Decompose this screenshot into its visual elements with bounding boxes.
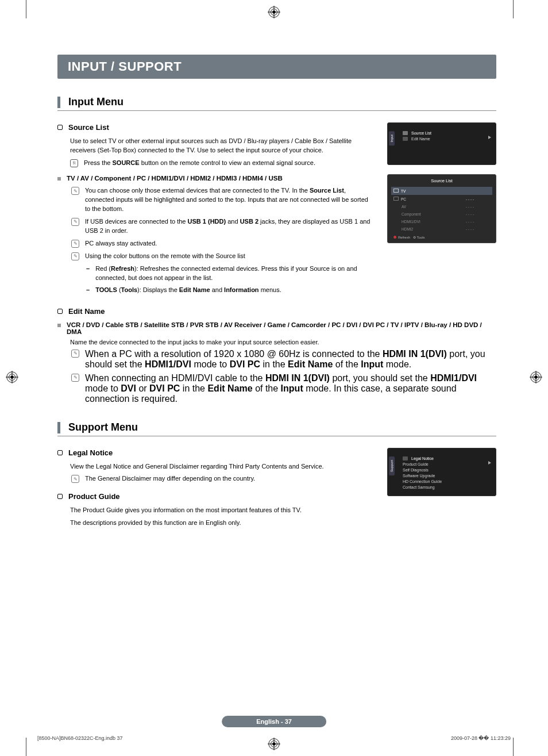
body-text: Use to select TV or other external input… [70, 137, 375, 155]
note-icon: ✎ [71, 350, 79, 358]
chevron-right-icon [488, 461, 491, 465]
section-title: Input Menu [68, 96, 124, 108]
body-text: Name the device connected to the input j… [70, 339, 496, 346]
dash-bullet: – [86, 264, 90, 283]
osd-row-hdmi1: HDMI1/DVI- - - - [391, 218, 492, 225]
sub-heading-text: Legal Notice [68, 448, 113, 459]
note-icon: ✎ [71, 252, 79, 260]
body-text: View the Legal Notice and General Discla… [70, 462, 375, 471]
chapter-title: INPUT / SUPPORT [57, 55, 496, 79]
osd-title: Source List [391, 178, 492, 183]
body-text: The descriptions provided by this functi… [70, 519, 375, 528]
section-heading-support-menu: Support Menu [57, 421, 496, 436]
page-content: INPUT / SUPPORT Input Menu Source List U… [57, 55, 496, 531]
sub-heading-source-list: Source List [57, 122, 375, 133]
body-text: TOOLS (Tools): Displays the Edit Name an… [95, 286, 281, 295]
body-text: The Product Guide gives you information … [70, 506, 375, 515]
osd-row-av: AV- - - - [391, 203, 492, 210]
note-icon: ✎ [71, 240, 79, 248]
sub-heading-text: Edit Name [68, 307, 105, 316]
body-text: When connecting an HDMI/DVI cable to the… [85, 373, 496, 404]
osd-item: Legal Notice [411, 456, 434, 460]
registration-mark-left [6, 371, 18, 386]
osd-item: Contact Samsung [403, 485, 435, 489]
osd-side-tab: Support [389, 456, 395, 475]
osd-item: Self Diagnosis [403, 468, 429, 472]
page-number-pill: English - 37 [222, 716, 326, 727]
bullet-icon [57, 309, 63, 314]
crop-mark [26, 738, 26, 756]
osd-row-component: Component- - - - [391, 210, 492, 218]
body-text: PC always stay activated. [85, 239, 157, 248]
bullet-icon [57, 177, 61, 181]
body-text: If USB devices are connected to the USB … [85, 217, 375, 236]
sub-heading-device-list: VCR / DVD / Cable STB / Satellite STB / … [57, 321, 496, 335]
document-footer: [8500-NA]BN68-02322C-Eng.indb 37 2009-07… [37, 735, 511, 741]
bullet-icon [57, 450, 63, 455]
note-icon: ✎ [71, 475, 79, 483]
sub-heading-text: Product Guide [68, 492, 120, 502]
bullet-icon [57, 125, 63, 130]
sub-heading-inputs-list: TV / AV / Component / PC / HDMI1/DVI / H… [57, 174, 375, 183]
sub-heading-text: Source List [68, 122, 109, 133]
crop-mark [513, 738, 514, 756]
remote-button-icon: ⎘ [70, 159, 78, 167]
sub-heading-product-guide: Product Guide [57, 492, 375, 502]
chevron-right-icon [488, 136, 491, 139]
osd-item: HD Connection Guide [403, 479, 442, 483]
osd-footer: Refresh ⚙ Tools [391, 235, 492, 239]
help-icon [403, 456, 408, 460]
osd-source-list: Source List TV PC- - - - AV- - - - Compo… [387, 174, 496, 243]
svg-point-9 [272, 742, 276, 746]
osd-row-pc: PC- - - - [391, 195, 492, 203]
edit-name-icon [403, 137, 408, 141]
sub-heading-legal-notice: Legal Notice [57, 448, 375, 459]
osd-item: Software Upgrade [403, 474, 435, 478]
sub-heading-text: VCR / DVD / Cable STB / Satellite STB / … [67, 321, 496, 335]
bullet-icon [57, 324, 61, 327]
body-text: Press the SOURCE button on the remote co… [84, 159, 375, 168]
bullet-icon [57, 494, 63, 499]
doc-footer-filename: [8500-NA]BN68-02322C-Eng.indb 37 [37, 735, 123, 741]
crop-mark [513, 0, 514, 18]
note-icon: ✎ [71, 374, 79, 382]
osd-support-menu: Support Legal Notice Product Guide Self … [387, 448, 496, 496]
doc-footer-timestamp: 2009-07-28 �� 11:23:29 [451, 735, 511, 741]
osd-item: Edit Name [411, 137, 430, 141]
section-heading-input-menu: Input Menu [57, 96, 496, 111]
svg-point-19 [534, 375, 538, 379]
sub-heading-text: TV / AV / Component / PC / HDMI1/DVI / H… [67, 174, 283, 183]
dash-bullet: – [86, 286, 90, 295]
note-icon: ✎ [71, 218, 79, 226]
registration-mark-top [268, 6, 280, 18]
section-title: Support Menu [68, 421, 138, 433]
osd-row-hdmi2: HDMI2- - - - [391, 225, 492, 233]
osd-item: Product Guide [403, 462, 429, 466]
osd-side-tab: Input [389, 131, 395, 145]
tv-icon [393, 189, 399, 193]
sub-heading-edit-name: Edit Name [57, 307, 496, 316]
source-list-icon [403, 131, 408, 135]
svg-point-4 [272, 10, 276, 14]
osd-item: Source List [411, 131, 431, 135]
osd-row-tv: TV [391, 187, 492, 195]
body-text: The General Disclaimer may differ depend… [85, 474, 255, 483]
pc-icon [393, 197, 399, 201]
body-text: Red (Refresh): Refreshes the connected e… [95, 264, 375, 283]
body-text: You can choose only those external devic… [85, 186, 375, 214]
osd-input-menu: Input Source List Edit Name [387, 122, 496, 165]
note-icon: ✎ [71, 187, 79, 195]
red-dot-icon [393, 236, 396, 239]
body-text: Using the color buttons on the remote wi… [85, 252, 245, 261]
body-text: When a PC with a resolution of 1920 x 10… [85, 349, 496, 370]
crop-mark [26, 0, 26, 18]
svg-point-14 [10, 375, 14, 379]
registration-mark-right [530, 371, 542, 386]
